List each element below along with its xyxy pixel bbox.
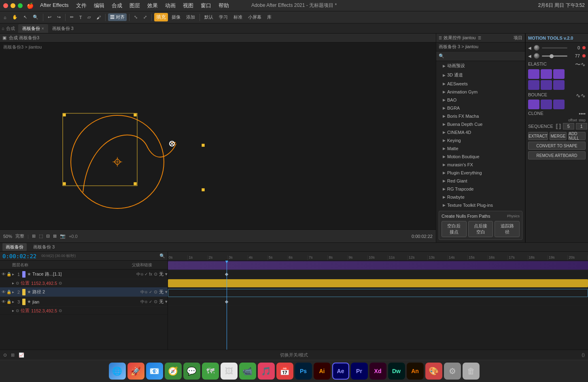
elastic-wave-icon[interactable]: 〜∿ <box>575 61 586 68</box>
bounce-btn-1[interactable] <box>528 100 539 109</box>
time-ruler[interactable]: 0s 1s 2s 3s 4s 5s 6s 7s 8s 9s 10s 11s 12… <box>168 252 588 261</box>
menu-animation[interactable]: 动画 <box>162 1 179 10</box>
effect-category-item[interactable]: ▶动画预设 <box>436 61 525 70</box>
select-tool[interactable]: ↖ <box>21 14 29 21</box>
add-btn[interactable]: 添加 <box>184 13 197 21</box>
home-btn[interactable]: ⌂ <box>2 14 8 21</box>
tab-panel1[interactable]: 画板备份 × <box>18 24 48 33</box>
red-dot-1[interactable] <box>582 46 586 49</box>
sub-expand-1[interactable]: ▸ <box>12 281 14 285</box>
menu-edit[interactable]: 编辑 <box>91 1 108 10</box>
stopwatch-icon-1[interactable]: ⊙ <box>59 281 62 285</box>
lock-icon-1[interactable]: 🔒 <box>6 272 11 276</box>
bounce-btn-2[interactable] <box>541 100 552 109</box>
elastic-btn-4[interactable] <box>528 80 539 90</box>
menu-layer[interactable]: 图层 <box>126 1 143 10</box>
dock-launchpad[interactable]: 🚀 <box>127 363 144 380</box>
text-tool[interactable]: T <box>77 14 84 21</box>
effect-category-item[interactable]: ▶BGRA <box>436 104 525 112</box>
brush-tool[interactable]: 🖌 <box>94 14 103 21</box>
timeline-tab-1[interactable]: 画板备份 <box>2 243 27 251</box>
effect-category-item[interactable]: ▶Buena Depth Cue <box>436 120 525 128</box>
solo-icon-3[interactable]: ★ <box>27 299 31 304</box>
dock-medibang[interactable]: 🎨 <box>425 363 442 380</box>
zoom-value[interactable]: 50% <box>3 234 12 239</box>
effect-category-item[interactable]: ▶3D 通道 <box>436 70 525 80</box>
toggle-mode-label[interactable]: 切换开关/模式 <box>280 352 308 358</box>
dock-ai[interactable]: Ai <box>314 363 331 380</box>
dock-xd[interactable]: Xd <box>369 363 386 380</box>
layer-row-1[interactable]: 👁 🔒 ▸ 1 ★ Trace 路...[1.1] 中⊙ ✓ fx ⊙ 无 ▾ <box>0 270 168 279</box>
effect-category-item[interactable]: ▶AESweets <box>436 80 525 88</box>
small-workspace[interactable]: 小屏幕 <box>246 13 263 21</box>
grid-icon[interactable]: ⊞ <box>32 233 36 239</box>
btn-trace-path[interactable]: 追踪路径 <box>495 221 520 237</box>
collapse-icon-3[interactable]: ▸ <box>12 299 14 304</box>
hand-tool[interactable]: ✋ <box>10 14 20 21</box>
effect-category-item[interactable]: ▶Red Giant <box>436 177 525 185</box>
menu-window[interactable]: 窗口 <box>197 1 214 10</box>
dock-safari[interactable]: 🧭 <box>165 363 182 380</box>
tab-panel2[interactable]: 画板备份 3 <box>48 24 78 33</box>
vis-icon-1[interactable]: 👁 <box>2 272 6 276</box>
fill-btn[interactable]: 填充 <box>154 13 168 21</box>
sequence-icon[interactable]: ⟦⟧ <box>556 123 561 129</box>
effects-search-input[interactable] <box>446 54 522 59</box>
pen-tool[interactable]: ✏ <box>68 14 76 21</box>
bounce-wave-icon[interactable]: ∿∿ <box>576 92 586 99</box>
dock-pr[interactable]: Pr <box>351 363 368 380</box>
collapse-icon-2[interactable]: ▸ <box>12 290 14 294</box>
menu-file[interactable]: 文件 <box>73 1 90 10</box>
project-btn[interactable]: 项目 <box>514 35 522 41</box>
layer-row-3[interactable]: 👁 🔒 ▸ 3 ★ jian 中⊙ ✓ ⊙ 无 ▾ <box>0 297 168 307</box>
knob-1[interactable] <box>534 45 539 51</box>
slider-track-2[interactable] <box>542 55 567 57</box>
ruler-icon[interactable]: ⊠ <box>53 233 57 239</box>
add-null-btn[interactable]: ADD NULL <box>568 132 586 140</box>
effect-category-item[interactable]: ▶Rowbyte <box>436 193 525 201</box>
tab-panel1-close[interactable]: × <box>42 26 44 31</box>
expand-btn[interactable]: ⤡ <box>132 14 140 21</box>
compress-btn[interactable]: ⤢ <box>141 14 149 21</box>
snapshot-icon[interactable]: 📷 <box>60 233 66 239</box>
effect-category-item[interactable]: ▶Texture Toolkit Plug-ins <box>436 201 525 208</box>
effect-category-item[interactable]: ▶BAO <box>436 96 525 104</box>
left-arrow-icon-2[interactable]: ◀ <box>528 54 531 58</box>
apple-icon[interactable]: 🍎 <box>27 2 34 9</box>
remove-artboard-btn[interactable]: REMOVE ARTBOARD <box>528 151 586 159</box>
close-button[interactable] <box>3 3 8 8</box>
default-workspace[interactable]: 默认 <box>202 13 215 21</box>
shape-tool[interactable]: ▱ <box>85 14 93 21</box>
dock-ps[interactable]: Ps <box>295 363 312 380</box>
switch-icon[interactable]: ⊞ <box>11 352 15 358</box>
keyframe-3[interactable] <box>225 300 228 303</box>
left-arrow-icon[interactable]: ◀ <box>528 46 531 50</box>
viewer-canvas[interactable]: 画板备份3 > jiantou <box>0 42 436 229</box>
menu-after-effects[interactable]: After Effects <box>37 1 72 10</box>
dock-dw[interactable]: Dw <box>388 363 405 380</box>
timeline-tab-2[interactable]: 画板备份 3 <box>30 243 58 251</box>
dock-maps[interactable]: 🗺 <box>202 363 219 380</box>
dock-music[interactable]: 🎵 <box>258 363 275 380</box>
minimize-button[interactable] <box>11 3 15 8</box>
layer-name-3[interactable]: jian <box>32 299 140 304</box>
lock-icon-3[interactable]: 🔒 <box>6 299 11 304</box>
menu-view[interactable]: 视图 <box>180 1 197 10</box>
vis-icon-3[interactable]: 👁 <box>2 299 6 304</box>
redo-btn[interactable]: ↪ <box>55 14 63 21</box>
track-row-2[interactable] <box>168 278 588 288</box>
red-dot-2[interactable] <box>582 54 586 57</box>
dropdown-1[interactable]: ▾ <box>165 272 168 277</box>
slider-thumb[interactable] <box>550 54 554 58</box>
standard-workspace[interactable]: 标准 <box>231 13 244 21</box>
effects-search-bar[interactable]: 🔍 <box>436 51 525 61</box>
dock-settings[interactable]: ⚙ <box>444 363 461 380</box>
bounce-btn-3[interactable] <box>553 100 565 109</box>
btn-point-after[interactable]: 点后接空白 <box>468 221 493 237</box>
menu-composition[interactable]: 合成 <box>108 1 125 10</box>
clone-dots-icon[interactable]: •••• <box>579 111 586 117</box>
menu-help[interactable]: 帮助 <box>215 1 232 10</box>
parent-icon-1[interactable]: ⊙ <box>154 272 157 277</box>
vis-icon-2[interactable]: 👁 <box>2 290 6 294</box>
knob-2[interactable] <box>534 53 539 59</box>
